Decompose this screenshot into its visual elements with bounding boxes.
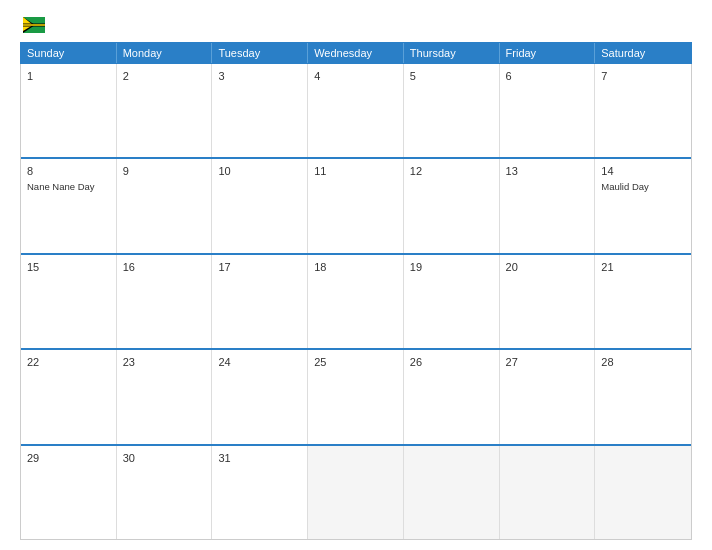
day-headers-row: SundayMondayTuesdayWednesdayThursdayFrid… bbox=[20, 42, 692, 64]
day-number: 15 bbox=[27, 260, 110, 274]
day-number: 27 bbox=[506, 355, 589, 369]
day-number: 9 bbox=[123, 164, 206, 178]
day-cell: 22 bbox=[21, 350, 117, 443]
day-cell bbox=[500, 446, 596, 539]
event-label: Maulid Day bbox=[601, 181, 685, 193]
day-number: 30 bbox=[123, 451, 206, 465]
day-cell: 18 bbox=[308, 255, 404, 348]
day-cell: 31 bbox=[212, 446, 308, 539]
day-cell: 7 bbox=[595, 64, 691, 157]
day-cell: 25 bbox=[308, 350, 404, 443]
day-number: 6 bbox=[506, 69, 589, 83]
day-number: 4 bbox=[314, 69, 397, 83]
day-cell: 1 bbox=[21, 64, 117, 157]
week-row-2: 8Nane Nane Day91011121314Maulid Day bbox=[21, 159, 691, 254]
week-row-5: 293031 bbox=[21, 446, 691, 539]
day-header-tuesday: Tuesday bbox=[212, 43, 308, 63]
day-number: 22 bbox=[27, 355, 110, 369]
day-cell: 6 bbox=[500, 64, 596, 157]
day-number: 18 bbox=[314, 260, 397, 274]
day-cell: 28 bbox=[595, 350, 691, 443]
day-cell: 19 bbox=[404, 255, 500, 348]
day-cell: 4 bbox=[308, 64, 404, 157]
logo bbox=[20, 18, 45, 34]
day-number: 31 bbox=[218, 451, 301, 465]
day-number: 7 bbox=[601, 69, 685, 83]
logo-flag-icon bbox=[23, 17, 45, 33]
day-number: 24 bbox=[218, 355, 301, 369]
day-cell bbox=[595, 446, 691, 539]
day-cell: 26 bbox=[404, 350, 500, 443]
day-cell: 17 bbox=[212, 255, 308, 348]
day-number: 29 bbox=[27, 451, 110, 465]
day-cell: 12 bbox=[404, 159, 500, 252]
day-number: 28 bbox=[601, 355, 685, 369]
week-row-3: 15161718192021 bbox=[21, 255, 691, 350]
day-number: 26 bbox=[410, 355, 493, 369]
weeks-container: 12345678Nane Nane Day91011121314Maulid D… bbox=[20, 64, 692, 540]
day-cell: 3 bbox=[212, 64, 308, 157]
week-row-1: 1234567 bbox=[21, 64, 691, 159]
day-number: 14 bbox=[601, 164, 685, 178]
day-cell: 13 bbox=[500, 159, 596, 252]
day-number: 13 bbox=[506, 164, 589, 178]
day-number: 23 bbox=[123, 355, 206, 369]
event-label: Nane Nane Day bbox=[27, 181, 110, 193]
calendar-page: SundayMondayTuesdayWednesdayThursdayFrid… bbox=[0, 0, 712, 550]
day-number: 2 bbox=[123, 69, 206, 83]
day-header-thursday: Thursday bbox=[404, 43, 500, 63]
day-cell: 20 bbox=[500, 255, 596, 348]
day-number: 21 bbox=[601, 260, 685, 274]
day-cell: 24 bbox=[212, 350, 308, 443]
week-row-4: 22232425262728 bbox=[21, 350, 691, 445]
day-cell: 21 bbox=[595, 255, 691, 348]
day-header-wednesday: Wednesday bbox=[308, 43, 404, 63]
day-number: 1 bbox=[27, 69, 110, 83]
day-cell: 2 bbox=[117, 64, 213, 157]
day-cell: 30 bbox=[117, 446, 213, 539]
day-cell: 9 bbox=[117, 159, 213, 252]
day-cell: 11 bbox=[308, 159, 404, 252]
day-header-friday: Friday bbox=[500, 43, 596, 63]
day-header-sunday: Sunday bbox=[21, 43, 117, 63]
day-number: 17 bbox=[218, 260, 301, 274]
day-number: 25 bbox=[314, 355, 397, 369]
day-cell bbox=[404, 446, 500, 539]
day-number: 10 bbox=[218, 164, 301, 178]
day-cell: 16 bbox=[117, 255, 213, 348]
day-cell: 23 bbox=[117, 350, 213, 443]
day-cell: 8Nane Nane Day bbox=[21, 159, 117, 252]
day-number: 5 bbox=[410, 69, 493, 83]
calendar-grid: SundayMondayTuesdayWednesdayThursdayFrid… bbox=[20, 42, 692, 540]
day-cell: 29 bbox=[21, 446, 117, 539]
day-number: 19 bbox=[410, 260, 493, 274]
day-number: 3 bbox=[218, 69, 301, 83]
day-cell: 10 bbox=[212, 159, 308, 252]
day-number: 8 bbox=[27, 164, 110, 178]
day-number: 20 bbox=[506, 260, 589, 274]
day-cell: 27 bbox=[500, 350, 596, 443]
day-cell: 5 bbox=[404, 64, 500, 157]
day-header-monday: Monday bbox=[117, 43, 213, 63]
day-number: 11 bbox=[314, 164, 397, 178]
day-cell: 14Maulid Day bbox=[595, 159, 691, 252]
day-number: 12 bbox=[410, 164, 493, 178]
day-number: 16 bbox=[123, 260, 206, 274]
day-header-saturday: Saturday bbox=[595, 43, 691, 63]
header bbox=[20, 18, 692, 34]
day-cell: 15 bbox=[21, 255, 117, 348]
day-cell bbox=[308, 446, 404, 539]
